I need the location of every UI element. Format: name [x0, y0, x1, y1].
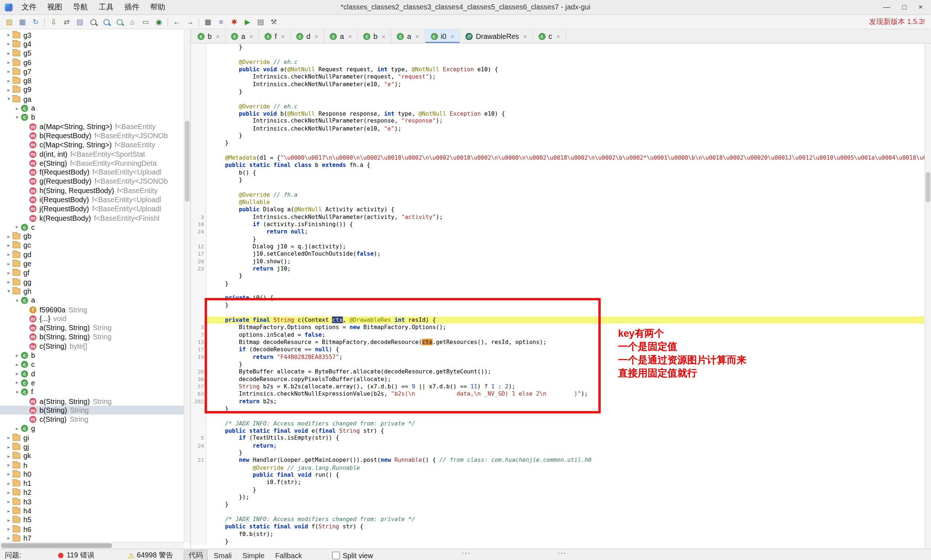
tab-close-icon[interactable]: × — [215, 33, 220, 40]
tab-a-1[interactable]: ca× — [225, 29, 259, 43]
chevron-icon[interactable]: ▸ — [5, 270, 12, 275]
code-line[interactable] — [191, 95, 925, 103]
tab-a-6[interactable]: ca× — [392, 29, 425, 43]
code-line[interactable]: 57 String b2s = K.b2s(allocate.array(), … — [191, 383, 925, 390]
tree-node-h3[interactable]: ▸h3 — [0, 497, 185, 506]
chevron-icon[interactable]: ▸ — [5, 490, 12, 495]
tree-node-d[interactable]: ▸cd — [0, 369, 185, 378]
code-line[interactable]: 3 Intrinsics.checkNotNullParameter(activ… — [191, 214, 925, 221]
debug-icon[interactable]: ✱ — [228, 16, 240, 27]
chevron-icon[interactable]: ▸ — [5, 454, 12, 459]
code-line[interactable]: } — [191, 302, 925, 309]
tree-node-c[interactable]: ▸cc — [0, 360, 185, 369]
tree-vertical-scrollbar-thumb[interactable] — [185, 121, 189, 202]
preferences-icon[interactable]: ⚒ — [268, 16, 279, 27]
menu-item-5[interactable]: 帮助 — [145, 0, 171, 14]
code-line[interactable]: 5 if (TextUtils.isEmpty(str)) { — [191, 435, 925, 442]
grid-view-icon[interactable]: ▦ — [202, 16, 214, 27]
code-line[interactable]: @Metadata(d1 = {"\u0000\u0017\n\u0000\n\… — [191, 154, 925, 162]
tab-c-9[interactable]: cc× — [533, 29, 566, 43]
code-line[interactable]: f0.b(str); — [191, 531, 925, 538]
preview-icon[interactable]: ▭ — [140, 16, 151, 27]
code-editor[interactable]: } @Override // eh.c public void a(@NotNu… — [191, 44, 931, 549]
tab-d-3[interactable]: cd× — [291, 29, 325, 43]
code-line[interactable]: @Override // eh.c — [191, 103, 925, 110]
tree-node-astringstring[interactable]: ma(String, String)String — [0, 323, 185, 332]
tree-node-g5[interactable]: ▸g5 — [0, 49, 185, 58]
back-icon[interactable]: ← — [171, 16, 183, 27]
code-line[interactable]: 26 ByteBuffer allocate = ByteBuffer.allo… — [191, 368, 925, 375]
tab-b-0[interactable]: cb× — [192, 29, 225, 43]
code-line[interactable]: public void b(@NotNull Response response… — [191, 110, 925, 117]
tree-node-frequestbody[interactable]: mf(RequestBody)f<BaseEntity<Uploadl — [0, 168, 185, 177]
code-line[interactable]: } — [191, 176, 925, 184]
code-line[interactable]: } — [191, 235, 925, 243]
code-line[interactable]: } — [191, 280, 925, 287]
chevron-icon[interactable]: ▸ — [5, 51, 12, 56]
menu-item-0[interactable]: 文件 — [16, 0, 42, 14]
tree-node-cstring[interactable]: mc(String)byte[] — [0, 342, 185, 351]
code-line[interactable]: } — [191, 88, 925, 95]
chevron-icon[interactable]: ▸ — [5, 87, 12, 93]
chevron-icon[interactable]: ▸ — [5, 280, 12, 285]
tree-node-g8[interactable]: ▸g8 — [0, 76, 185, 85]
view-tab-2[interactable]: Simple — [238, 551, 269, 560]
tab-close-icon[interactable]: × — [249, 33, 254, 40]
code-line[interactable]: } — [191, 405, 925, 412]
warnings-counter[interactable]: ⚠ 64998 警告 — [128, 551, 173, 560]
tree-node-h2[interactable]: ▸h2 — [0, 488, 185, 497]
minimize-button[interactable]: — — [883, 3, 890, 11]
chevron-icon[interactable]: ▾ — [13, 298, 21, 303]
code-line[interactable]: 17 j10.setCanceledOnTouchOutside(false); — [191, 250, 925, 257]
code-line[interactable]: Intrinsics.checkNotNullParameter(request… — [191, 73, 925, 80]
chevron-icon[interactable]: ▸ — [13, 362, 21, 367]
chevron-icon[interactable]: ▾ — [5, 289, 12, 294]
save-all-icon[interactable]: ▦ — [17, 16, 28, 27]
code-line[interactable]: public static final void f(String str) { — [191, 523, 925, 530]
code-line[interactable]: 12 Dialog j10 = q.j(activity); — [191, 243, 925, 250]
chevron-icon[interactable]: ▸ — [5, 42, 12, 47]
comment-search-icon[interactable] — [114, 16, 125, 27]
tab-close-icon[interactable]: × — [315, 33, 319, 40]
tree-node-cmapstringstring[interactable]: mc(Map<String, String>)f<BaseEntity — [0, 140, 185, 149]
tree-horizontal-scrollbar-thumb[interactable] — [1, 543, 112, 548]
close-button[interactable]: × — [918, 3, 923, 11]
code-line[interactable]: Intrinsics.checkNotNullParameter(e10, "e… — [191, 125, 925, 132]
tab-close-icon[interactable]: × — [556, 33, 560, 40]
view-tab-0[interactable]: 代码 — [184, 550, 208, 560]
tree-node-jrequestbody[interactable]: mj(RequestBody)f<BaseEntity<Uploadl — [0, 205, 185, 214]
run-icon[interactable]: ▶ — [242, 16, 253, 27]
chevron-icon[interactable]: ▸ — [5, 463, 12, 468]
code-line[interactable]: } — [191, 486, 925, 494]
code-line[interactable]: @Override // java.lang.Runnable — [191, 464, 925, 471]
code-line[interactable]: 10 if (activity.isFinishing()) { — [191, 221, 925, 228]
code-line[interactable]: b() { — [191, 169, 925, 176]
code-line[interactable]: public Dialog a(@NotNull Activity activi… — [191, 206, 925, 213]
open-file-icon[interactable]: ▨ — [4, 16, 15, 27]
tree-node-g9[interactable]: ▸g9 — [0, 85, 185, 95]
menu-item-3[interactable]: 工具 — [94, 0, 119, 14]
chevron-icon[interactable]: ▸ — [5, 261, 12, 266]
tree-node-g7[interactable]: ▸g7 — [0, 67, 185, 76]
chevron-icon[interactable]: ▸ — [5, 517, 12, 523]
menu-item-4[interactable]: 插件 — [119, 0, 145, 14]
code-line[interactable]: 20 j10.show(); — [191, 257, 925, 265]
code-line[interactable]: 23 return j10; — [191, 265, 925, 272]
sync-with-editor-icon[interactable]: ⇄ — [61, 16, 72, 27]
tree-node-f59690a[interactable]: ff59690aString — [0, 305, 185, 314]
tree-node-f[interactable]: ▾cf — [0, 387, 185, 396]
code-line[interactable]: 24 return null; — [191, 228, 925, 235]
chevron-icon[interactable]: ▾ — [13, 115, 21, 120]
chevron-icon[interactable]: ▸ — [5, 535, 12, 541]
maximize-button[interactable]: □ — [902, 3, 906, 11]
tab-close-icon[interactable]: × — [523, 33, 527, 40]
main-activity-icon[interactable]: ⌂ — [127, 16, 138, 27]
chevron-icon[interactable]: ▸ — [5, 508, 12, 514]
tree-node-grequestbody[interactable]: mg(RequestBody)f<BaseEntity<JSONOb — [0, 177, 185, 186]
code-line[interactable]: /* JADX INFO: Access modifiers changed f… — [191, 420, 925, 427]
view-tab-1[interactable]: Smali — [209, 551, 237, 560]
tab-close-icon[interactable]: × — [382, 33, 386, 40]
tree-node-h4[interactable]: ▸h4 — [0, 506, 185, 515]
tree-node-h[interactable]: ▸h — [0, 461, 185, 470]
chevron-icon[interactable]: ▸ — [5, 69, 12, 75]
